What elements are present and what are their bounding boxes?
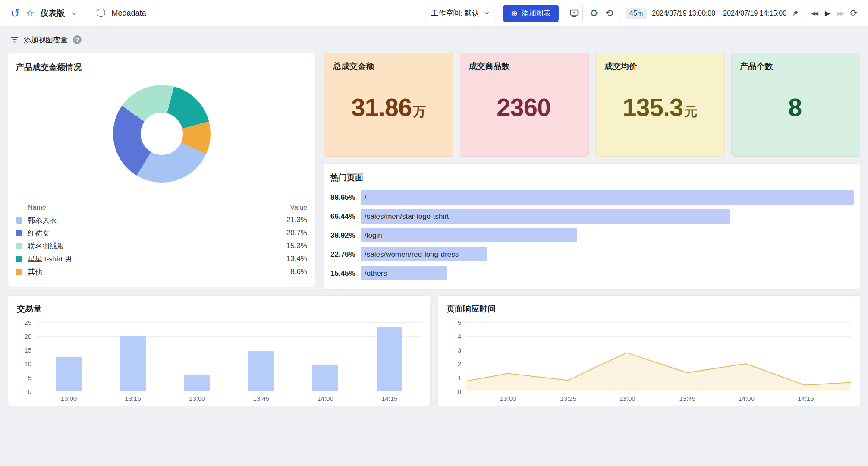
bar-band: [229, 322, 293, 391]
chevron-down-icon[interactable]: [71, 9, 77, 17]
card-title: 热门页面: [330, 172, 854, 183]
page-bar[interactable]: [361, 190, 854, 205]
x-axis-label: 14:00: [293, 395, 358, 402]
response-time-line-chart[interactable]: [466, 322, 851, 391]
area-fill: [466, 353, 851, 391]
x-axis-label: 13:15: [101, 395, 165, 402]
donut-chart[interactable]: [113, 85, 211, 183]
top-page-row: 38.92%/login: [330, 228, 854, 242]
volume-bar-chart[interactable]: [37, 322, 421, 391]
y-axis-label: 0: [458, 388, 461, 395]
bar[interactable]: [56, 357, 82, 391]
legend-color-chip: [16, 256, 22, 262]
legend-item[interactable]: 其他8.6%: [16, 265, 307, 278]
bar-band: [165, 322, 229, 391]
app-name: Medadata: [112, 9, 146, 18]
chevron-down-icon: [484, 12, 490, 15]
y-axis: 0510152025: [17, 322, 37, 391]
donut-legend: NameValue韩系大衣21.3%红裙女20.7%联名羽绒服15.3%星星 t…: [16, 202, 307, 278]
top-pages-card: 热门页面 88.65%/66.44%/sales/men/star-logo-t…: [324, 163, 860, 290]
play-button[interactable]: ▶: [825, 10, 830, 17]
bar-band: [293, 322, 358, 391]
stat-cards-row: 总成交金额31.86万成交商品数2360成交均价135.3元产品个数8: [324, 53, 860, 157]
legend-item-name: 韩系大衣: [28, 215, 286, 225]
bar-band: [37, 322, 101, 391]
legend-item[interactable]: 联名羽绒服15.3%: [16, 239, 307, 252]
stat-card-title: 总成交金额: [333, 61, 444, 72]
legend-item[interactable]: 韩系大衣21.3%: [16, 214, 307, 227]
monitor-icon: [570, 9, 579, 17]
top-page-row: 88.65%/: [330, 190, 854, 205]
legend-value-header: Value: [290, 204, 307, 211]
fast-forward-button[interactable]: ▶▶: [837, 10, 843, 16]
legend-item-value: 15.3%: [286, 242, 307, 250]
bar[interactable]: [312, 365, 338, 391]
card-title: 交易量: [17, 303, 421, 315]
history-icon[interactable]: ⟲: [605, 9, 613, 18]
legend-item[interactable]: 红裙女20.7%: [16, 227, 307, 239]
legend-item-value: 8.6%: [290, 268, 307, 276]
dashboard-title[interactable]: 仪表版: [41, 8, 65, 19]
page-percent: 22.76%: [330, 250, 361, 259]
stat-card-value: 2360: [460, 93, 589, 122]
bar[interactable]: [184, 375, 210, 391]
bar[interactable]: [248, 351, 274, 391]
pin-icon[interactable]: [792, 10, 799, 17]
page-path-label: /sales/women/red-long-dress: [365, 247, 459, 261]
x-axis-label: 13:00: [619, 395, 635, 402]
card-title: 页面响应时间: [447, 303, 851, 315]
stat-card-unit: 元: [684, 104, 697, 119]
divider: [87, 7, 87, 19]
x-axis-label: 13:45: [679, 395, 695, 402]
x-axis: 13:0013:1513:0013:4514:0014:15: [37, 395, 421, 402]
stat-card-number: 8: [788, 93, 802, 121]
presentation-mode-button[interactable]: [566, 5, 583, 22]
refresh-icon[interactable]: ⟳: [850, 9, 858, 18]
legend-item-name: 红裙女: [28, 228, 286, 238]
view-variable-toolbar: 添加视图变量 ?: [0, 27, 868, 53]
info-icon[interactable]: ⓘ: [97, 9, 106, 18]
duration-badge: 45m: [626, 8, 647, 19]
workspace-select[interactable]: 工作空间: 默认: [425, 5, 496, 22]
stat-card: 总成交金额31.86万: [324, 53, 453, 157]
undo-icon[interactable]: ↺: [10, 8, 20, 19]
settings-gear-icon[interactable]: ⚙: [590, 9, 598, 18]
bar-band: [357, 322, 421, 391]
filter-icon[interactable]: [10, 36, 19, 43]
top-page-row: 15.45%/others: [330, 266, 854, 280]
legend-item[interactable]: 星星 t-shirt 男13.4%: [16, 252, 307, 265]
page-bar[interactable]: [361, 228, 577, 242]
page-bar-track: /: [361, 190, 854, 205]
donut-card: 产品成交金额情况 NameValue韩系大衣21.3%红裙女20.7%联名羽绒服…: [8, 53, 315, 287]
stat-card-value: 8: [732, 93, 860, 122]
page-bar-track: /login: [361, 228, 854, 242]
bar-band: [101, 322, 165, 391]
legend-item-value: 13.4%: [286, 255, 307, 263]
stat-card: 产品个数8: [731, 53, 861, 157]
bar[interactable]: [120, 336, 145, 391]
y-axis-label: 5: [28, 374, 31, 381]
time-range-value: 2024/07/19 13:00:00 ~ 2024/07/19 14:15:0…: [652, 9, 786, 17]
y-axis-label: 4: [458, 333, 461, 340]
add-chart-label: 添加图表: [522, 8, 551, 18]
top-page-row: 22.76%/sales/women/red-long-dress: [330, 247, 854, 261]
add-view-variable-label[interactable]: 添加视图变量: [24, 35, 68, 45]
add-chart-button[interactable]: ⊕ 添加图表: [503, 5, 559, 22]
y-axis: 012345: [447, 322, 466, 391]
stat-card: 成交商品数2360: [460, 53, 589, 157]
legend-item-value: 20.7%: [286, 229, 307, 237]
x-axis-label: 13:00: [37, 395, 101, 402]
x-axis-label: 14:15: [798, 395, 814, 402]
time-range-picker[interactable]: 45m 2024/07/19 13:00:00 ~ 2024/07/19 14:…: [620, 5, 804, 22]
legend-name-header: Name: [28, 204, 290, 211]
help-icon[interactable]: ?: [73, 35, 82, 44]
star-icon[interactable]: ☆: [26, 9, 35, 18]
y-axis-label: 0: [28, 388, 31, 395]
y-axis-label: 20: [24, 333, 31, 340]
stat-card: 成交均价135.3元: [595, 53, 725, 157]
page-percent: 38.92%: [330, 231, 361, 240]
bar[interactable]: [377, 327, 402, 391]
legend-color-chip: [16, 217, 22, 224]
stat-card-value: 31.86万: [324, 93, 453, 122]
rewind-button[interactable]: ◀◀: [811, 10, 817, 16]
